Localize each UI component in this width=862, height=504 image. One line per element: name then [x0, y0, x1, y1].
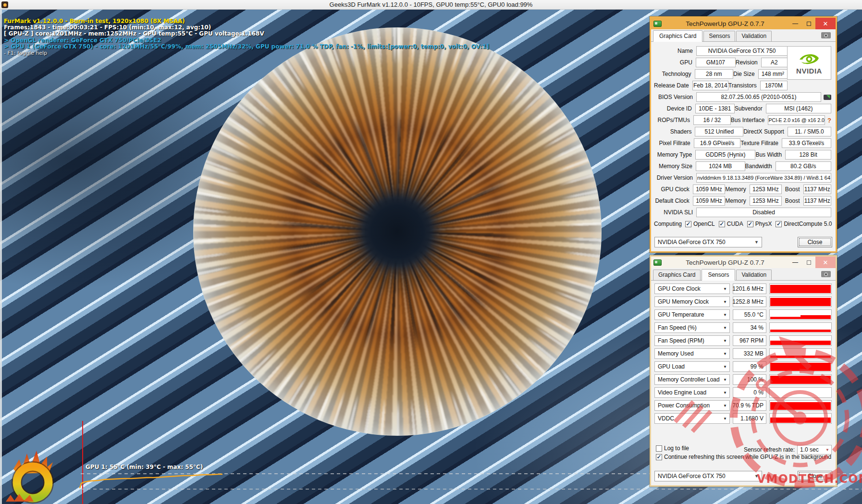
- sensor-graph: [769, 322, 832, 333]
- temp-history-line: [80, 474, 222, 488]
- sensor-value: 99 %: [733, 361, 766, 372]
- sensor-value: 332 MB: [733, 348, 766, 359]
- sensor-select-memory-used[interactable]: Memory Used▼: [654, 348, 730, 359]
- gpuz1-tabs: Graphics Card Sensors Validation: [651, 29, 836, 42]
- field-value-device-id: 10DE - 1381: [695, 104, 735, 113]
- sensor-select-power-consumption[interactable]: Power Consumption▼: [654, 400, 730, 411]
- field-value-transistors: 1870M: [760, 81, 788, 90]
- sensor-graph: [769, 348, 832, 359]
- field-value-sli: Disabled: [696, 208, 831, 217]
- field-label-bus-width: Bus Width: [755, 151, 785, 158]
- field-label-rops: ROPs/TMUs: [654, 117, 693, 123]
- tab-sensors[interactable]: Sensors: [703, 31, 735, 41]
- field-label-device-id: Device ID: [654, 105, 695, 112]
- nvidia-eye-icon: [798, 51, 821, 68]
- log-to-file-label: Log to file: [664, 445, 689, 452]
- sensor-value: 1.1680 V: [733, 413, 766, 424]
- sensor-select-memory-controller-load[interactable]: Memory Controller Load▼: [654, 374, 730, 385]
- sensor-value: 70.9 % TDP: [733, 400, 766, 411]
- field-value-gpu-clock-memory: 1253 MHz: [750, 184, 782, 194]
- field-value-driver: nvlddmkm 9.18.13.3489 (ForceWare 334.89)…: [696, 173, 831, 183]
- sensor-graph: [769, 374, 832, 385]
- gpuz1-titlebar[interactable]: TechPowerUp GPU-Z 0.7.7 — ✕: [651, 18, 836, 29]
- field-label-default-clock: Default Clock: [654, 197, 693, 204]
- chevron-down-icon: ▼: [723, 391, 727, 395]
- sensor-row: Memory Used▼ 332 MB: [654, 348, 832, 359]
- checkbox-log-to-file[interactable]: [656, 445, 662, 452]
- field-value-gpu: GM107: [696, 58, 736, 67]
- field-value-bus-width: 128 Bit: [785, 150, 831, 160]
- field-value-bandwidth: 80.2 GB/s: [776, 161, 831, 171]
- gpu-select-value: NVIDIA GeForce GTX 750: [658, 239, 726, 246]
- chevron-down-icon: ▼: [723, 313, 727, 317]
- sensor-select-gpu-core-clock[interactable]: GPU Core Clock▼: [654, 283, 730, 294]
- sensor-select-gpu-load[interactable]: GPU Load▼: [654, 361, 730, 372]
- sensor-select-fan-speed-rpm[interactable]: Fan Speed (RPM)▼: [654, 335, 730, 346]
- sensor-graph: [769, 400, 832, 411]
- minimize-icon[interactable]: —: [788, 257, 802, 268]
- close-icon[interactable]: ✕: [815, 18, 836, 29]
- field-label-shaders: Shaders: [654, 128, 695, 135]
- chevron-down-icon: ▼: [754, 240, 759, 245]
- sensor-row: GPU Core Clock▼ 1201.6 MHz: [654, 283, 832, 294]
- checkbox-directcompute[interactable]: [776, 221, 782, 227]
- checkbox-label-physx: PhysX: [755, 221, 772, 227]
- checkbox-cuda[interactable]: [719, 221, 725, 227]
- maximize-icon[interactable]: [802, 257, 815, 268]
- minimize-icon[interactable]: —: [788, 18, 802, 29]
- close-button[interactable]: Close: [798, 471, 832, 481]
- checkbox-continue-refreshing[interactable]: [656, 454, 662, 460]
- tab-validation[interactable]: Validation: [736, 31, 772, 41]
- close-button[interactable]: Close: [798, 237, 832, 247]
- chevron-down-icon: ▼: [754, 474, 759, 479]
- bios-chip-icon[interactable]: [824, 95, 831, 100]
- app-title: Geeks3D FurMark v1.12.0.0 - 10FPS, GPU0 …: [330, 1, 533, 8]
- tab-graphics-card[interactable]: Graphics Card: [653, 270, 701, 280]
- sensor-row: Fan Speed (RPM)▼ 967 RPM: [654, 335, 832, 346]
- sensor-select-video-engine-load[interactable]: Video Engine Load▼: [654, 387, 730, 398]
- sensor-graph: [769, 296, 832, 307]
- gpu-select-value: NVIDIA GeForce GTX 750: [658, 473, 726, 479]
- checkbox-physx[interactable]: [747, 221, 753, 227]
- checkbox-opencl[interactable]: [685, 221, 691, 227]
- field-value-directx: 11. / SM5.0: [788, 127, 831, 136]
- chevron-down-icon: ▼: [723, 417, 727, 421]
- screenshot-camera-icon[interactable]: [821, 32, 831, 38]
- field-value-rops: 16 / 32: [693, 115, 731, 125]
- sensor-value: 967 RPM: [733, 335, 766, 346]
- refresh-rate-value: 1.0 sec: [800, 446, 819, 453]
- screenshot-camera-icon[interactable]: [821, 271, 831, 277]
- tab-sensors[interactable]: Sensors: [702, 269, 735, 281]
- close-icon[interactable]: ✕: [815, 257, 836, 268]
- gpu-select-dropdown[interactable]: NVIDIA GeForce GTX 750 ▼: [654, 471, 762, 481]
- bus-interface-help-icon[interactable]: ?: [827, 117, 831, 124]
- sensor-select-gpu-memory-clock[interactable]: GPU Memory Clock▼: [654, 296, 730, 307]
- furmark-flame-logo: [3, 448, 70, 504]
- sensor-graph: [769, 413, 832, 424]
- sensor-row: Power Consumption▼ 70.9 % TDP: [654, 400, 832, 411]
- sensor-select-vddc[interactable]: VDDC▼: [654, 413, 730, 424]
- tab-graphics-card[interactable]: Graphics Card: [653, 30, 702, 42]
- refresh-rate-dropdown[interactable]: 1.0 sec ▼: [797, 445, 832, 455]
- chevron-down-icon: ▼: [723, 326, 727, 330]
- sensor-select-gpu-temperature[interactable]: GPU Temperature▼: [654, 309, 730, 320]
- field-label-gpu: GPU: [654, 59, 696, 66]
- tab-validation[interactable]: Validation: [736, 270, 772, 280]
- sensor-select-fan-speed-percent[interactable]: Fan Speed (%)▼: [654, 322, 730, 333]
- sensor-value: 100 %: [733, 374, 766, 385]
- field-value-memory-type: GDDR5 (Hynix): [695, 150, 755, 160]
- furmark-hud: FurMark v1.12.0.0 - Burn-in test, 1920x1…: [4, 18, 489, 56]
- field-label-gpu-clock-boost: Boost: [782, 186, 803, 193]
- maximize-icon[interactable]: [802, 18, 815, 29]
- gpu-select-dropdown[interactable]: NVIDIA GeForce GTX 750 ▼: [654, 237, 762, 247]
- app-titlebar[interactable]: Geeks3D FurMark v1.12.0.0 - 10FPS, GPU0 …: [0, 0, 862, 10]
- checkbox-label-opencl: OpenCL: [693, 221, 715, 227]
- sensor-row: VDDC▼ 1.1680 V: [654, 413, 832, 424]
- sensor-value: 1201.6 MHz: [733, 283, 766, 294]
- gpuz2-titlebar[interactable]: TechPowerUp GPU-Z 0.7.7 — ✕: [651, 257, 836, 268]
- field-label-bus-interface: Bus Interface: [731, 117, 768, 123]
- sensor-graph: [769, 387, 832, 398]
- hud-gpuz-line: [ GPU-Z ] core:1201MHz - mem:1252MHz - G…: [4, 31, 489, 37]
- nvidia-logo: NVIDIA: [787, 46, 831, 80]
- field-label-memory-type: Memory Type: [654, 151, 695, 158]
